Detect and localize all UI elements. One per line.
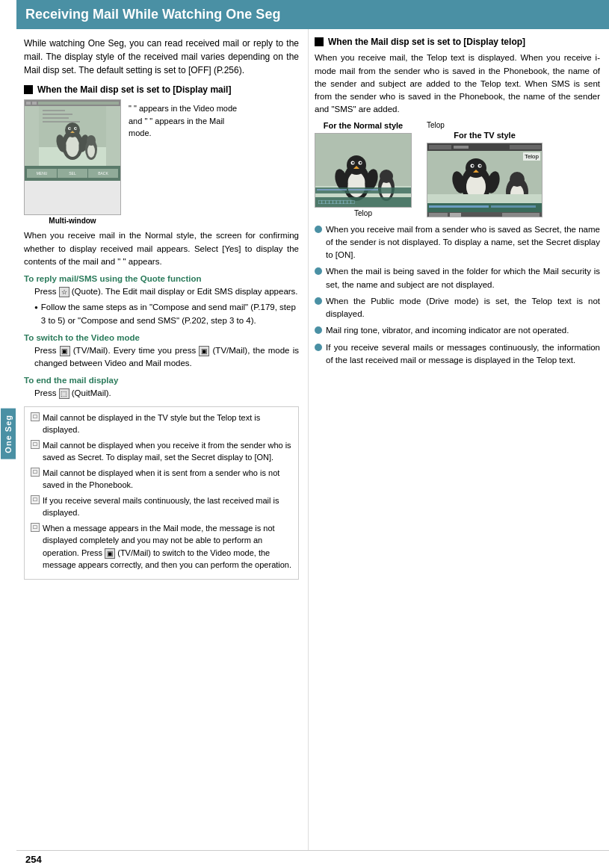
- screen-status: [38, 102, 119, 105]
- svg-rect-63: [450, 213, 461, 217]
- svg-rect-37: [348, 189, 378, 190]
- note-icon-5: □: [31, 523, 40, 532]
- note-icon-1: □: [31, 412, 40, 421]
- svg-rect-42: [510, 145, 541, 149]
- quote-button-icon: ☆: [59, 287, 69, 297]
- screen-top-bar: [25, 100, 120, 106]
- bottom-bar-3: BACK: [88, 169, 118, 178]
- tvmail-button-icon-2: ▣: [199, 346, 209, 356]
- svg-rect-19: [43, 121, 80, 123]
- telop-indicator-tv: Telop: [523, 152, 540, 161]
- note-text-3: Mail cannot be displayed when it is sent…: [43, 467, 292, 492]
- note-item-5: □ When a message appears in the Mail mod…: [31, 522, 292, 571]
- bullet-item-1: Follow the same steps as in "Compose and…: [24, 301, 299, 327]
- right-bullet-text-4: Mail ring tone, vibrator, and incoming i…: [326, 324, 569, 337]
- svg-rect-60: [491, 205, 536, 208]
- sidebar-tab: One Seg: [1, 409, 16, 459]
- screen-dot2: [32, 102, 37, 105]
- multiwindow-label: Multi-window: [24, 217, 121, 225]
- svg-rect-18: [43, 117, 69, 119]
- telop-label-normal: Telop: [354, 209, 372, 217]
- telop-top-label: Telop: [427, 121, 445, 129]
- section2-heading-text: When the Mail disp set is set to [Displa…: [328, 37, 525, 47]
- note-item-3: □ Mail cannot be displayed when it is se…: [31, 467, 292, 492]
- quitmailbutton-icon: ⬚: [59, 388, 69, 399]
- svg-point-34: [380, 170, 393, 183]
- indented-text-1: Press ☆ (Quote). The Edit mail display o…: [24, 285, 299, 298]
- penguin-image: [39, 106, 106, 166]
- section2-heading: When the Mail disp set is set to [Displa…: [315, 37, 600, 47]
- svg-rect-41: [454, 146, 469, 149]
- note-item-4: □ If you receive several mails continuou…: [31, 495, 292, 519]
- telop-text-normal: □□□□□□□□□□: [318, 199, 354, 205]
- right-bullet-3: When the Public mode (Drive mode) is set…: [315, 295, 600, 321]
- svg-rect-64: [502, 213, 540, 217]
- tvmail-button-icon-1: ▣: [60, 346, 70, 356]
- svg-rect-16: [43, 110, 65, 111]
- note-text-1: Mail cannot be displayed in the TV style…: [43, 412, 292, 436]
- note-item-2: □ Mail cannot be displayed when you rece…: [31, 439, 292, 464]
- phone-screen: MENU SEL BACK: [24, 99, 121, 215]
- note-text-4: If you receive several mails continuousl…: [43, 495, 292, 519]
- right-column: When the Mail disp set is set to [Displa…: [308, 29, 609, 850]
- teal-heading-3: To end the mail display: [24, 376, 299, 385]
- svg-rect-62: [429, 213, 448, 217]
- svg-point-46: [466, 158, 486, 178]
- intro-paragraph: While watching One Seg, you can read rec…: [24, 37, 299, 77]
- tv-style-col: Telop For the TV style: [427, 121, 542, 217]
- tv-style-screen: Telop: [427, 143, 542, 217]
- section1-icon: [24, 85, 33, 94]
- right-bullet-text-1: When you receive mail from a sender who …: [326, 223, 600, 262]
- svg-rect-57: [427, 194, 542, 203]
- svg-point-56: [510, 172, 525, 187]
- right-bullet-2: When the mail is being saved in the fold…: [315, 265, 600, 291]
- svg-rect-36: [317, 189, 347, 190]
- note-text-5: When a message appears in the Mail mode,…: [43, 522, 292, 571]
- bullet-dot-2: [315, 267, 322, 275]
- svg-point-27: [352, 161, 353, 163]
- right-bullet-1: When you receive mail from a sender who …: [315, 223, 600, 262]
- bullet-dot-5: [315, 344, 322, 351]
- bullet-dot-1: [315, 226, 322, 233]
- svg-point-49: [472, 164, 473, 166]
- section2-icon: [315, 37, 324, 46]
- indented-text-2: Press ▣ (TV/Mail). Every time you press …: [24, 344, 299, 371]
- note-box: □ Mail cannot be displayed in the TV sty…: [24, 406, 299, 580]
- note-icon-3: □: [31, 468, 40, 477]
- bullet-dot-3: [315, 297, 322, 305]
- svg-rect-17: [43, 114, 72, 115]
- phone-bottom-bar: MENU SEL BACK: [25, 166, 120, 181]
- right-bullet-text-3: When the Public mode (Drive mode) is set…: [326, 295, 600, 321]
- main-content: Receiving Mail While Watching One Seg Wh…: [16, 0, 609, 868]
- phone-screen-container: MENU SEL BACK Multi-window: [24, 99, 121, 225]
- teal-heading-2: To switch to the Video mode: [24, 333, 299, 342]
- note-item-1: □ Mail cannot be displayed in the TV sty…: [31, 412, 292, 436]
- svg-point-28: [359, 161, 361, 163]
- body-text-1: When you receive mail in the Normal styl…: [24, 229, 299, 268]
- svg-rect-59: [429, 205, 489, 208]
- tv-style-label: For the TV style: [454, 131, 516, 140]
- body-text-right: When you receive mail, the Telop text is…: [315, 52, 600, 116]
- bullet-text-1: Follow the same steps as in "Compose and…: [41, 301, 299, 327]
- sidebar: One Seg: [0, 0, 16, 868]
- page-header: Receiving Mail While Watching One Seg: [16, 0, 609, 29]
- caption1: " " appears in the Video mode and " " ap…: [129, 99, 248, 225]
- right-bullet-text-2: When the mail is being saved in the fold…: [326, 265, 600, 291]
- normal-style-col: For the Normal style: [315, 121, 412, 217]
- image-caption-area: MENU SEL BACK Multi-window " " appears i…: [24, 99, 299, 225]
- left-column: While watching One Seg, you can read rec…: [16, 29, 308, 850]
- content-area: While watching One Seg, you can read rec…: [16, 29, 609, 850]
- images-row: For the Normal style: [315, 121, 600, 217]
- header-title: Receiving Mail While Watching One Seg: [25, 7, 280, 22]
- note-icon-4: □: [31, 495, 40, 504]
- page: One Seg Receiving Mail While Watching On…: [0, 0, 609, 868]
- tvmail-note-icon: ▣: [105, 548, 115, 559]
- svg-point-24: [347, 155, 366, 175]
- bottom-bar-1: MENU: [27, 169, 57, 178]
- normal-style-screen: □□□□□□□□□□: [315, 133, 412, 208]
- section1-heading: When the Mail disp set is set to [Displa…: [24, 84, 299, 95]
- right-bullet-5: If you receive several mails or messages…: [315, 341, 600, 368]
- svg-point-50: [479, 164, 480, 166]
- phone-penguin-area: [25, 106, 120, 166]
- right-bullet-4: Mail ring tone, vibrator, and incoming i…: [315, 324, 600, 337]
